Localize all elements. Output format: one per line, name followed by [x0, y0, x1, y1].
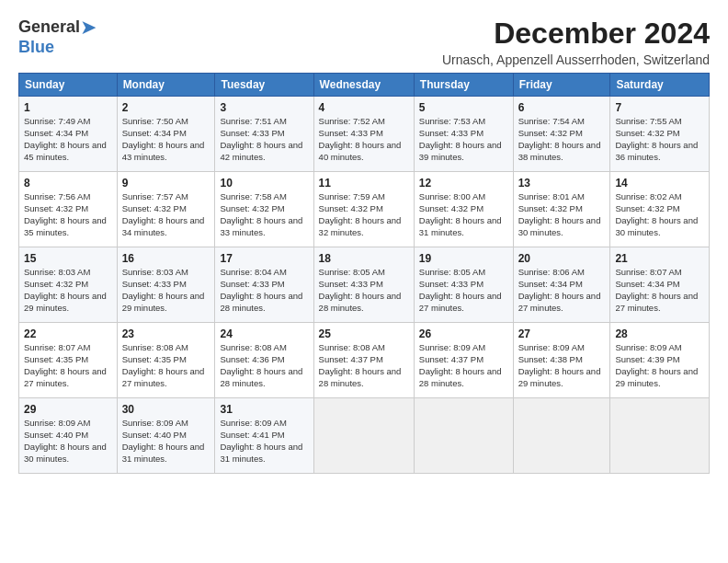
sunset-text: Sunset: 4:33 PM: [220, 279, 284, 289]
sunrise-text: Sunrise: 7:52 AM: [319, 116, 385, 126]
daylight-text: Daylight: 8 hours and 28 minutes.: [220, 366, 302, 388]
sunset-text: Sunset: 4:34 PM: [122, 128, 187, 138]
sunrise-text: Sunrise: 8:01 AM: [518, 191, 585, 201]
sunset-text: Sunset: 4:35 PM: [24, 354, 88, 364]
sunset-text: Sunset: 4:32 PM: [319, 203, 383, 213]
header: General ➤ Blue December 2024 Urnasch, Ap…: [18, 17, 710, 67]
daylight-text: Daylight: 8 hours and 28 minutes.: [419, 366, 502, 388]
daylight-text: Daylight: 8 hours and 31 minutes.: [122, 442, 205, 464]
calendar-day-cell: 19Sunrise: 8:05 AMSunset: 4:33 PMDayligh…: [414, 247, 513, 323]
day-number: 19: [419, 251, 508, 266]
day-number: 23: [122, 327, 210, 341]
logo-general-text: General: [18, 18, 80, 37]
sunrise-text: Sunrise: 8:05 AM: [319, 267, 385, 277]
calendar-day-cell: 27Sunrise: 8:09 AMSunset: 4:38 PMDayligh…: [513, 323, 610, 398]
daylight-text: Daylight: 8 hours and 27 minutes.: [419, 291, 502, 313]
daylight-text: Daylight: 8 hours and 27 minutes.: [615, 291, 698, 313]
logo-bird-icon: ➤: [80, 17, 97, 39]
sunrise-text: Sunrise: 7:53 AM: [419, 116, 485, 126]
day-number: 7: [615, 100, 704, 115]
sunset-text: Sunset: 4:41 PM: [220, 430, 284, 440]
daylight-text: Daylight: 8 hours and 43 minutes.: [122, 140, 205, 162]
sunset-text: Sunset: 4:38 PM: [518, 354, 583, 364]
sunrise-text: Sunrise: 7:58 AM: [220, 191, 286, 201]
day-number: 9: [122, 176, 210, 190]
calendar-day-cell: 3Sunrise: 7:51 AMSunset: 4:33 PMDaylight…: [215, 97, 313, 172]
calendar-day-cell: 4Sunrise: 7:52 AMSunset: 4:33 PMDaylight…: [313, 97, 414, 172]
sunrise-text: Sunrise: 8:08 AM: [122, 342, 188, 352]
day-number: 29: [24, 402, 112, 417]
daylight-text: Daylight: 8 hours and 28 minutes.: [319, 366, 402, 388]
day-number: 18: [319, 251, 409, 266]
calendar-day-cell: 5Sunrise: 7:53 AMSunset: 4:33 PMDaylight…: [414, 97, 513, 172]
calendar-header-friday: Friday: [513, 74, 610, 97]
sunset-text: Sunset: 4:32 PM: [24, 279, 88, 289]
sunset-text: Sunset: 4:32 PM: [615, 203, 679, 213]
sunset-text: Sunset: 4:35 PM: [122, 354, 187, 364]
calendar-day-cell: 23Sunrise: 8:08 AMSunset: 4:35 PMDayligh…: [117, 323, 215, 398]
sunset-text: Sunset: 4:36 PM: [220, 354, 284, 364]
sunset-text: Sunset: 4:39 PM: [615, 354, 679, 364]
calendar-header-wednesday: Wednesday: [313, 74, 414, 97]
sunrise-text: Sunrise: 7:59 AM: [319, 191, 385, 201]
calendar-day-cell: 26Sunrise: 8:09 AMSunset: 4:37 PMDayligh…: [414, 323, 513, 398]
sunset-text: Sunset: 4:32 PM: [122, 203, 187, 213]
daylight-text: Daylight: 8 hours and 27 minutes.: [24, 366, 107, 388]
sunrise-text: Sunrise: 8:02 AM: [615, 191, 681, 201]
logo: General ➤ Blue: [18, 17, 97, 57]
day-number: 21: [615, 251, 704, 266]
day-number: 30: [122, 402, 210, 417]
sunset-text: Sunset: 4:37 PM: [419, 354, 483, 364]
sunrise-text: Sunrise: 8:07 AM: [615, 267, 681, 277]
sunset-text: Sunset: 4:33 PM: [419, 279, 483, 289]
day-number: 26: [419, 327, 508, 341]
calendar-day-cell: 13Sunrise: 8:01 AMSunset: 4:32 PMDayligh…: [513, 172, 610, 247]
sunset-text: Sunset: 4:34 PM: [615, 279, 679, 289]
calendar-day-cell: 16Sunrise: 8:03 AMSunset: 4:33 PMDayligh…: [117, 247, 215, 323]
daylight-text: Daylight: 8 hours and 31 minutes.: [419, 215, 502, 237]
sunset-text: Sunset: 4:33 PM: [220, 128, 284, 138]
daylight-text: Daylight: 8 hours and 29 minutes.: [518, 366, 601, 388]
sunset-text: Sunset: 4:32 PM: [24, 203, 88, 213]
daylight-text: Daylight: 8 hours and 32 minutes.: [319, 215, 402, 237]
calendar-day-cell: 31Sunrise: 8:09 AMSunset: 4:41 PMDayligh…: [215, 398, 313, 474]
sunrise-text: Sunrise: 7:54 AM: [518, 116, 585, 126]
sunset-text: Sunset: 4:32 PM: [419, 203, 483, 213]
sunrise-text: Sunrise: 7:50 AM: [122, 116, 188, 126]
calendar-header-sunday: Sunday: [19, 74, 118, 97]
day-number: 28: [615, 327, 704, 341]
sunrise-text: Sunrise: 7:51 AM: [220, 116, 286, 126]
sunrise-text: Sunrise: 8:05 AM: [419, 267, 485, 277]
day-number: 4: [319, 100, 409, 115]
sunrise-text: Sunrise: 8:08 AM: [319, 342, 385, 352]
calendar-week-row: 22Sunrise: 8:07 AMSunset: 4:35 PMDayligh…: [19, 323, 710, 398]
daylight-text: Daylight: 8 hours and 29 minutes.: [24, 291, 107, 313]
sunrise-text: Sunrise: 7:55 AM: [615, 116, 681, 126]
calendar-week-row: 8Sunrise: 7:56 AMSunset: 4:32 PMDaylight…: [19, 172, 710, 247]
day-number: 10: [220, 176, 308, 190]
sunset-text: Sunset: 4:32 PM: [518, 203, 583, 213]
month-title: December 2024: [442, 17, 710, 51]
day-number: 27: [518, 327, 606, 341]
sunset-text: Sunset: 4:40 PM: [24, 430, 88, 440]
day-number: 16: [122, 251, 210, 266]
day-number: 2: [122, 100, 210, 115]
sunset-text: Sunset: 4:32 PM: [615, 128, 679, 138]
calendar-week-row: 15Sunrise: 8:03 AMSunset: 4:32 PMDayligh…: [19, 247, 710, 323]
calendar-day-cell: 18Sunrise: 8:05 AMSunset: 4:33 PMDayligh…: [313, 247, 414, 323]
calendar-day-cell: 11Sunrise: 7:59 AMSunset: 4:32 PMDayligh…: [313, 172, 414, 247]
daylight-text: Daylight: 8 hours and 30 minutes.: [518, 215, 601, 237]
calendar-day-cell: 22Sunrise: 8:07 AMSunset: 4:35 PMDayligh…: [19, 323, 118, 398]
title-block: December 2024 Urnasch, Appenzell Ausserr…: [442, 17, 710, 67]
sunrise-text: Sunrise: 8:08 AM: [220, 342, 286, 352]
sunrise-text: Sunrise: 8:09 AM: [518, 342, 585, 352]
calendar-day-cell: 21Sunrise: 8:07 AMSunset: 4:34 PMDayligh…: [610, 247, 710, 323]
calendar-day-cell: 1Sunrise: 7:49 AMSunset: 4:34 PMDaylight…: [19, 97, 118, 172]
calendar-day-cell: 6Sunrise: 7:54 AMSunset: 4:32 PMDaylight…: [513, 97, 610, 172]
sunrise-text: Sunrise: 8:04 AM: [220, 267, 286, 277]
sunrise-text: Sunrise: 8:09 AM: [220, 418, 286, 428]
calendar-day-cell: 7Sunrise: 7:55 AMSunset: 4:32 PMDaylight…: [610, 97, 710, 172]
daylight-text: Daylight: 8 hours and 28 minutes.: [220, 291, 302, 313]
sunset-text: Sunset: 4:33 PM: [319, 279, 383, 289]
day-number: 6: [518, 100, 606, 115]
